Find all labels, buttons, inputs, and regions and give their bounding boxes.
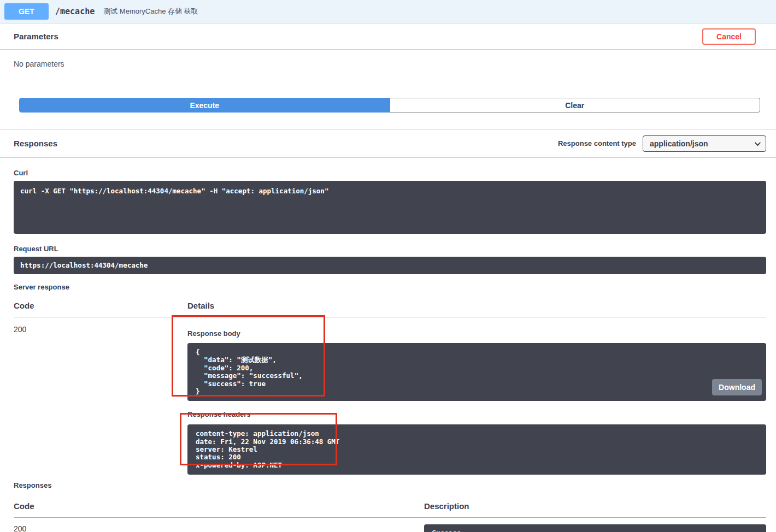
- response-headers: content-type: application/json date: Fri…: [187, 424, 766, 475]
- code-column-header: Code: [14, 497, 424, 518]
- code-column-header: Code: [14, 297, 187, 317]
- documented-responses-title: Responses: [14, 481, 766, 489]
- responses-header: Responses Response content type applicat…: [0, 129, 776, 158]
- curl-label: Curl: [14, 169, 766, 177]
- response-description: Success: [424, 524, 766, 532]
- http-method-badge[interactable]: GET: [4, 3, 49, 20]
- no-parameters-text: No parameters: [0, 50, 776, 68]
- content-type-select[interactable]: application/json: [643, 135, 766, 152]
- response-body-wrapper: { "data": "测试数据", "code": 200, "message"…: [187, 343, 766, 401]
- execute-button-row: Execute Clear: [19, 98, 760, 113]
- endpoint-path[interactable]: /mecache: [55, 7, 95, 16]
- response-details-cell: Response body { "data": "测试数据", "code": …: [187, 317, 766, 475]
- response-body: { "data": "测试数据", "code": 200, "message"…: [187, 343, 766, 401]
- server-response-label: Server response: [14, 283, 766, 291]
- clear-button[interactable]: Clear: [390, 98, 761, 113]
- request-url-label: Request URL: [14, 245, 766, 253]
- download-button[interactable]: Download: [712, 379, 762, 395]
- description-column-header: Description: [424, 497, 766, 518]
- content-type-selected-value: application/json: [650, 139, 708, 148]
- response-body-label: Response body: [187, 329, 766, 338]
- response-content-type-label: Response content type: [558, 139, 636, 147]
- response-headers-label: Response headers: [187, 410, 766, 418]
- responses-section: Responses Response content type applicat…: [0, 129, 776, 532]
- response-content-type: Response content type application/json: [558, 135, 766, 152]
- parameters-header: Parameters Cancel: [0, 23, 776, 50]
- responses-title: Responses: [14, 139, 57, 148]
- server-response-row: 200 Response body { "data": "测试数据", "cod…: [14, 317, 766, 475]
- execute-button[interactable]: Execute: [19, 98, 390, 113]
- responses-body: Curl curl -X GET "https://localhost:4430…: [0, 158, 776, 475]
- endpoint-description: 测试 MemoryCache 存储 获取: [103, 7, 198, 16]
- request-url-section: Request URL https://localhost:44304/meca…: [14, 245, 766, 274]
- curl-command-block[interactable]: curl -X GET "https://localhost:44304/mec…: [14, 181, 766, 234]
- request-url-value: https://localhost:44304/mecache: [14, 257, 766, 274]
- server-response-table: Code Details 200 Response body { "data":…: [14, 297, 766, 475]
- cancel-button[interactable]: Cancel: [702, 28, 756, 45]
- documented-responses-section: Responses Code Description 200 Success: [0, 475, 776, 532]
- parameters-title: Parameters: [14, 32, 58, 41]
- chevron-down-icon: [755, 139, 761, 145]
- response-description-cell: Success: [424, 518, 766, 532]
- response-code: 200: [14, 518, 424, 532]
- operation-header[interactable]: GET /mecache 测试 MemoryCache 存储 获取: [0, 0, 776, 23]
- operation-block: GET /mecache 测试 MemoryCache 存储 获取 Parame…: [0, 0, 776, 532]
- details-column-header: Details: [187, 297, 766, 317]
- documented-response-row: 200 Success: [14, 518, 766, 532]
- documented-responses-table: Code Description 200 Success: [14, 497, 766, 532]
- status-code: 200: [14, 317, 187, 475]
